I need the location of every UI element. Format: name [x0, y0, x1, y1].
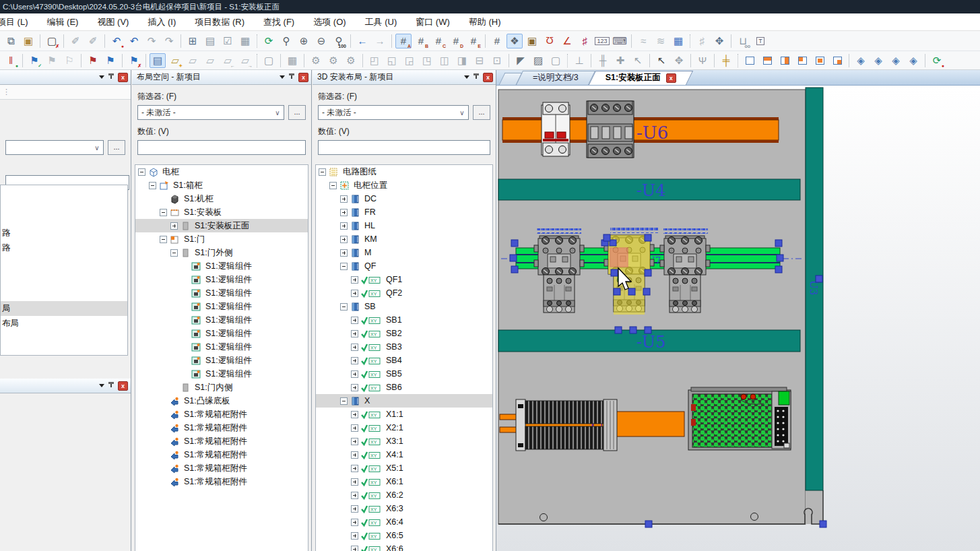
- tree-item[interactable]: FR: [316, 205, 492, 219]
- filter-combobox[interactable]: - 未激活 - ∨: [137, 105, 284, 120]
- expand-toggle-icon[interactable]: [351, 438, 358, 445]
- expand-toggle-icon[interactable]: [351, 478, 358, 486]
- paste-icon[interactable]: ▣: [20, 34, 36, 48]
- flag-check-icon[interactable]: ⚑✓: [26, 53, 42, 68]
- expand-toggle-icon[interactable]: [340, 397, 348, 405]
- menu-item[interactable]: 插入 (I): [138, 13, 185, 31]
- tree-item[interactable]: XYSB3: [316, 340, 492, 354]
- format-painter-icon[interactable]: ✐: [67, 34, 84, 48]
- tree-item[interactable]: S1:常规箱柜附件: [135, 434, 308, 448]
- tree-item[interactable]: S1:逻辑组件: [135, 313, 308, 327]
- gear-1-icon[interactable]: ⚙: [308, 53, 324, 68]
- conn-point-2-icon[interactable]: ◱: [384, 53, 400, 68]
- expand-toggle-icon[interactable]: [351, 519, 358, 526]
- tree-item[interactable]: 电路图纸: [316, 165, 492, 179]
- tree-item[interactable]: S1:逻辑组件: [135, 286, 308, 300]
- back-icon[interactable]: ←: [354, 34, 370, 48]
- forward-icon[interactable]: →: [372, 34, 388, 48]
- undo-list-icon[interactable]: ↶: [126, 34, 142, 48]
- tree-item[interactable]: X: [316, 394, 492, 408]
- report-table-icon[interactable]: ▦: [284, 53, 300, 68]
- navigator-filter-more-button[interactable]: ...: [108, 140, 125, 155]
- refresh-3d-icon[interactable]: ⟳●: [929, 53, 945, 68]
- tree-item[interactable]: XYX1:1: [316, 408, 492, 421]
- grid-b-icon[interactable]: #B: [413, 34, 429, 48]
- tree-item[interactable]: XYX6:1: [316, 475, 492, 488]
- expand-toggle-icon[interactable]: [340, 249, 348, 257]
- expand-toggle-icon[interactable]: [340, 303, 348, 311]
- wire-duct-u4[interactable]: -U4: [498, 179, 800, 200]
- tab-mounting-plate-front[interactable]: S1:安装板正面 x: [592, 71, 690, 85]
- design-mode-icon[interactable]: ▣: [524, 34, 540, 48]
- tree-item[interactable]: XYX4:1: [316, 448, 492, 461]
- tree-item[interactable]: S1:逻辑组件: [135, 273, 308, 286]
- panel-menu-arrow-icon[interactable]: [99, 75, 104, 82]
- tree-item[interactable]: S1:安装板正面: [135, 219, 308, 232]
- grid-blue-icon[interactable]: ▦: [670, 34, 686, 48]
- page-export-icon[interactable]: ▱→: [237, 53, 253, 68]
- tree-item[interactable]: XYX5:1: [316, 461, 492, 475]
- power-supply-unit[interactable]: [688, 387, 791, 450]
- din-rail-icon[interactable]: ╪: [718, 53, 734, 68]
- tree-item[interactable]: XYSB5: [316, 367, 492, 381]
- tree-item[interactable]: XYSB6: [316, 381, 492, 394]
- gear-3-icon[interactable]: ⚙: [343, 53, 359, 68]
- fill-corner-icon[interactable]: ◤: [513, 53, 529, 68]
- expand-toggle-icon[interactable]: [319, 168, 326, 176]
- navigator-list-item[interactable]: 局: [1, 301, 127, 316]
- conn-point-1-icon[interactable]: ◰: [366, 53, 383, 68]
- panel-pin-icon[interactable]: [288, 73, 295, 82]
- tree-item[interactable]: DC: [316, 192, 492, 205]
- snap-grid-icon[interactable]: ❖: [507, 34, 523, 48]
- rotate-x-icon[interactable]: ◈: [853, 53, 869, 68]
- panel-close-icon[interactable]: x: [483, 73, 493, 82]
- tree-item[interactable]: S1:逻辑组件: [135, 327, 308, 340]
- tree-item[interactable]: XYSB4: [316, 354, 492, 367]
- tree-item[interactable]: KM: [316, 232, 492, 246]
- view-cube-back-icon[interactable]: [829, 53, 845, 68]
- select-cursor-icon[interactable]: ↖: [653, 53, 669, 68]
- view-cube-front-icon[interactable]: [812, 53, 828, 68]
- tab-document-notes[interactable]: =说明文档/3: [519, 71, 592, 85]
- shopping-cart-icon[interactable]: ⊔oo: [735, 34, 751, 48]
- grid-a-icon[interactable]: #A: [395, 34, 412, 48]
- view-cube-left-icon[interactable]: [794, 53, 810, 68]
- expand-toggle-icon[interactable]: [170, 222, 178, 230]
- move-handle-icon[interactable]: ♯: [694, 34, 710, 48]
- zoom-window-icon[interactable]: ⚲: [278, 34, 294, 48]
- flag-delete-icon[interactable]: ⚑✗: [126, 53, 142, 68]
- wire-option-icon[interactable]: ≈: [635, 34, 651, 48]
- dashed-box-icon[interactable]: ▢: [548, 53, 564, 68]
- rotate-y-icon[interactable]: ◈: [870, 53, 886, 68]
- tree-item[interactable]: XYQF2: [316, 286, 492, 300]
- wire-duct-u3-vertical[interactable]: U3: [806, 88, 823, 490]
- menu-item[interactable]: 查找 (F): [254, 13, 304, 31]
- keyboard-icon[interactable]: ⌨: [612, 34, 628, 48]
- tree-item[interactable]: S1:逻辑组件: [135, 259, 308, 273]
- expand-toggle-icon[interactable]: [160, 236, 167, 243]
- flag-red-icon[interactable]: ⚑: [85, 53, 101, 68]
- expand-toggle-icon[interactable]: [340, 236, 348, 243]
- rail-sync-icon[interactable]: ‖●: [3, 53, 19, 68]
- tree-item[interactable]: XYX6:5: [316, 529, 492, 542]
- page-check-icon[interactable]: ☑: [220, 34, 236, 48]
- tree-item[interactable]: S1:箱柜: [135, 179, 308, 192]
- expand-toggle-icon[interactable]: [351, 411, 358, 418]
- delete-placeholder-icon[interactable]: ▢✗: [44, 34, 60, 48]
- value-input[interactable]: [137, 140, 306, 155]
- expand-toggle-icon[interactable]: [351, 492, 358, 499]
- pick-cursor-icon[interactable]: ↖: [630, 53, 646, 68]
- redo-list-icon[interactable]: ↷: [161, 34, 177, 48]
- tree-item[interactable]: S1:机柜: [135, 192, 308, 205]
- tree-item[interactable]: S1:常规箱柜附件: [135, 448, 308, 461]
- menu-item[interactable]: 编辑 (E): [38, 13, 88, 31]
- panel-close-icon[interactable]: x: [118, 381, 128, 391]
- refresh-view-icon[interactable]: ⟳: [261, 34, 277, 48]
- view-cube-iso-icon[interactable]: [742, 53, 758, 68]
- expand-toggle-icon[interactable]: [138, 168, 145, 176]
- rotate-free-icon[interactable]: ◈: [905, 53, 921, 68]
- selection-handle[interactable]: [820, 521, 826, 527]
- zoom-out-icon[interactable]: ⊖: [313, 34, 329, 48]
- navigator-list-item[interactable]: 布局: [1, 316, 127, 331]
- view-cube-top-icon[interactable]: [759, 53, 775, 68]
